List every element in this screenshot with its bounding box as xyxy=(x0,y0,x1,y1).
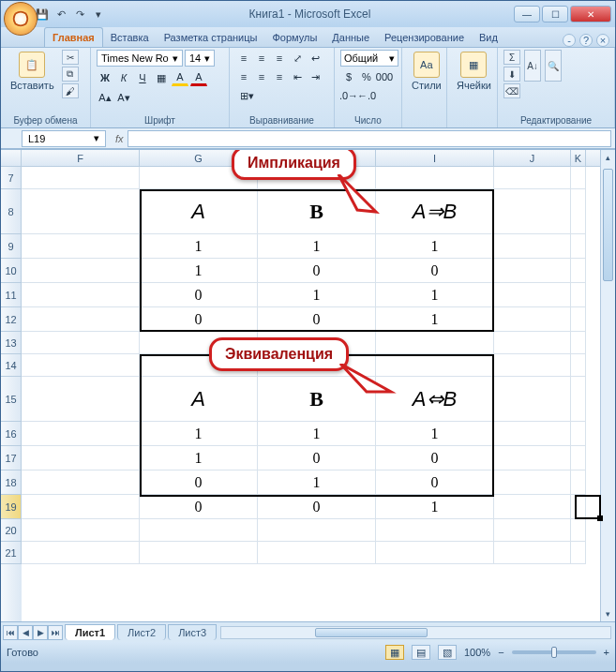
col-header[interactable]: F xyxy=(22,150,140,166)
page-break-view-icon[interactable]: ▧ xyxy=(438,645,457,660)
sheet-tab-3[interactable]: Лист3 xyxy=(168,624,217,640)
cell[interactable] xyxy=(494,307,571,332)
cell[interactable] xyxy=(494,519,571,542)
row-header[interactable]: 17 xyxy=(1,446,22,470)
scroll-up-icon[interactable]: ▴ xyxy=(601,150,615,165)
sheet-nav-first-icon[interactable]: ⏮ xyxy=(3,625,18,640)
tab-page-layout[interactable]: Разметка страницы xyxy=(157,28,265,47)
cell[interactable] xyxy=(494,422,571,446)
cell[interactable]: A xyxy=(140,189,258,234)
cell[interactable] xyxy=(571,332,586,354)
office-button[interactable] xyxy=(4,2,38,36)
cell[interactable]: 0 xyxy=(258,495,376,519)
minimize-ribbon-icon[interactable]: - xyxy=(563,34,576,47)
sheet-tab-2[interactable]: Лист2 xyxy=(117,624,166,640)
row-header[interactable]: 12 xyxy=(1,307,22,332)
cell[interactable]: 1 xyxy=(258,283,376,307)
font-color-button[interactable]: A xyxy=(190,69,207,86)
zoom-handle[interactable] xyxy=(551,647,557,658)
tab-data[interactable]: Данные xyxy=(324,28,377,47)
underline-button[interactable]: Ч xyxy=(134,69,151,86)
cell[interactable] xyxy=(22,422,140,446)
cell[interactable] xyxy=(494,542,571,564)
cell[interactable]: 1 xyxy=(376,422,494,446)
formula-bar[interactable] xyxy=(128,130,611,147)
cell[interactable]: 1 xyxy=(258,234,376,259)
scroll-down-icon[interactable]: ▾ xyxy=(601,606,615,621)
row-header[interactable]: 20 xyxy=(1,519,22,542)
row-header[interactable]: 9 xyxy=(1,234,22,259)
row-header[interactable]: 19 xyxy=(1,495,22,519)
zoom-out-icon[interactable]: − xyxy=(498,647,503,658)
undo-icon[interactable]: ↶ xyxy=(53,7,68,22)
cell[interactable]: A ⇒ B xyxy=(376,189,494,234)
cell-grid[interactable]: ABA ⇒ B111100011001ABA ⇔ B111100010001 xyxy=(22,167,600,621)
row-header[interactable]: 21 xyxy=(1,542,22,564)
increase-decimal-icon[interactable]: .0→ xyxy=(340,87,357,104)
cell[interactable] xyxy=(571,283,586,307)
cell[interactable]: B xyxy=(258,189,376,234)
cell[interactable] xyxy=(376,519,494,542)
cell[interactable] xyxy=(571,259,586,283)
zoom-level[interactable]: 100% xyxy=(464,647,490,658)
align-middle-icon[interactable]: ≡ xyxy=(253,50,270,67)
cell[interactable] xyxy=(571,446,586,470)
shrink-font-icon[interactable]: A▾ xyxy=(115,89,132,106)
currency-icon[interactable]: $ xyxy=(340,68,357,85)
cell[interactable]: 1 xyxy=(376,234,494,259)
align-center-icon[interactable]: ≡ xyxy=(253,68,270,85)
cell[interactable]: 0 xyxy=(258,307,376,332)
align-left-icon[interactable]: ≡ xyxy=(235,68,252,85)
cell[interactable] xyxy=(571,542,586,564)
cell[interactable]: 1 xyxy=(376,307,494,332)
cell[interactable] xyxy=(494,377,571,422)
cell[interactable] xyxy=(376,167,494,189)
cell[interactable] xyxy=(571,307,586,332)
cell[interactable] xyxy=(22,542,140,564)
cell[interactable]: 0 xyxy=(140,495,258,519)
cell[interactable] xyxy=(494,495,571,519)
cell[interactable] xyxy=(22,354,140,377)
tab-view[interactable]: Вид xyxy=(472,28,505,47)
cell[interactable]: A xyxy=(140,377,258,422)
cell[interactable] xyxy=(22,519,140,542)
horizontal-scrollbar[interactable] xyxy=(220,626,611,639)
autosum-icon[interactable]: Σ xyxy=(503,50,520,65)
cell[interactable] xyxy=(571,495,586,519)
row-header[interactable]: 8 xyxy=(1,189,22,234)
clear-icon[interactable]: ⌫ xyxy=(503,83,520,98)
bold-button[interactable]: Ж xyxy=(97,69,113,86)
sheet-nav-next-icon[interactable]: ▶ xyxy=(33,625,48,640)
decrease-decimal-icon[interactable]: ←.0 xyxy=(358,87,375,104)
cell[interactable]: 0 xyxy=(376,446,494,470)
cell[interactable] xyxy=(376,542,494,564)
merge-cells-icon[interactable]: ⊞▾ xyxy=(235,87,259,104)
fill-color-button[interactable]: A xyxy=(172,69,188,86)
row-header[interactable]: 10 xyxy=(1,259,22,283)
row-header[interactable]: 7 xyxy=(1,167,22,189)
cell[interactable] xyxy=(571,422,586,446)
row-header[interactable]: 18 xyxy=(1,470,22,495)
cell[interactable] xyxy=(140,542,258,564)
cell[interactable] xyxy=(494,234,571,259)
cell[interactable] xyxy=(22,234,140,259)
cell[interactable] xyxy=(571,354,586,377)
cell[interactable] xyxy=(494,354,571,377)
align-right-icon[interactable]: ≡ xyxy=(271,68,288,85)
cell[interactable]: 1 xyxy=(376,495,494,519)
find-icon[interactable]: 🔍 xyxy=(545,50,562,82)
cell[interactable] xyxy=(22,307,140,332)
sort-filter-icon[interactable]: A↓ xyxy=(524,50,541,82)
border-button[interactable]: ▦ xyxy=(153,69,170,86)
vertical-scrollbar[interactable]: ▴ ▾ xyxy=(600,150,615,621)
sheet-nav-last-icon[interactable]: ⏭ xyxy=(48,625,63,640)
cell[interactable] xyxy=(22,470,140,495)
cell[interactable] xyxy=(494,167,571,189)
cell[interactable]: 0 xyxy=(376,470,494,495)
cell[interactable] xyxy=(571,377,586,422)
cell[interactable] xyxy=(571,167,586,189)
cell[interactable]: 0 xyxy=(140,283,258,307)
cell[interactable] xyxy=(571,470,586,495)
fill-icon[interactable]: ⬇ xyxy=(503,67,520,82)
cell[interactable] xyxy=(376,332,494,354)
